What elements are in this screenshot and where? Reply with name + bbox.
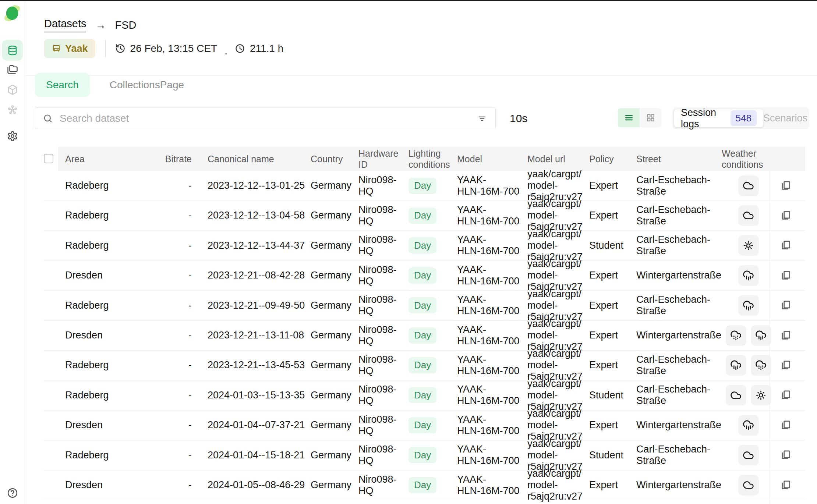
cell-canonical_name: 2023-12-12--13-01-25 bbox=[208, 171, 311, 200]
cell-model_url: yaak/cargpt/model-r5ajq2ru:v27 bbox=[527, 320, 590, 350]
list-view-button[interactable] bbox=[618, 108, 640, 127]
cell-model_url: yaak/cargpt/model-r5ajq2ru:v27 bbox=[527, 350, 590, 380]
cell-hardware_id: Niro098-HQ bbox=[358, 231, 410, 260]
sun-icon bbox=[738, 235, 759, 256]
sidebar-item-datasets[interactable] bbox=[2, 40, 23, 61]
select-all-checkbox[interactable] bbox=[44, 154, 53, 163]
lighting-pill: Day bbox=[408, 357, 436, 373]
table-row[interactable]: Dresden-2024-01-05--08-46-29GermanyNiro0… bbox=[44, 470, 805, 500]
cell-canonical_name: 2023-12-12--13-44-37 bbox=[208, 231, 311, 260]
table-row[interactable]: Radeberg-2023-12-21--13-45-53GermanyNiro… bbox=[44, 350, 805, 380]
sun-icon bbox=[751, 385, 771, 405]
cell-hardware_id: Niro098-HQ bbox=[358, 440, 410, 470]
table-row[interactable]: Radeberg-2024-01-03--15-13-35GermanyNiro… bbox=[44, 380, 805, 411]
session-logs-label: Session logs bbox=[681, 107, 725, 130]
recorded-at-label: 26 Feb, 13:15 CET bbox=[130, 43, 217, 54]
cell-hardware_id: Niro098-HQ bbox=[358, 320, 410, 350]
cell-area: Radeberg bbox=[65, 171, 150, 200]
cell-canonical_name: 2023-12-21--08-42-28 bbox=[208, 260, 311, 290]
search-input[interactable] bbox=[59, 112, 477, 125]
drizzle-icon bbox=[726, 325, 746, 346]
table-row[interactable]: Radeberg-2023-12-12--13-01-25GermanyNiro… bbox=[44, 171, 805, 201]
copy-button[interactable] bbox=[778, 238, 793, 253]
column-header-model: Model bbox=[457, 147, 525, 171]
filter-icon[interactable] bbox=[477, 113, 487, 124]
cell-area: Radeberg bbox=[65, 200, 150, 230]
copy-button[interactable] bbox=[778, 478, 793, 493]
cell-actions bbox=[778, 380, 800, 410]
table-row[interactable]: Radeberg-2023-12-12--13-44-37GermanyNiro… bbox=[44, 231, 805, 261]
cell-actions bbox=[778, 260, 800, 290]
cell-area: Radeberg bbox=[65, 350, 150, 380]
cell-model: YAAK-HLN-16M-700 bbox=[457, 380, 525, 410]
scenarios-segment[interactable]: Scenarios bbox=[763, 113, 807, 124]
cell-street: Wintergartenstraße bbox=[636, 320, 728, 350]
sidebar-item-workflows[interactable] bbox=[7, 104, 18, 116]
vehicle-badge[interactable]: Yaak bbox=[44, 39, 95, 58]
search-icon bbox=[43, 113, 53, 124]
breadcrumb-datasets-link[interactable]: Datasets bbox=[44, 18, 86, 32]
vehicle-badge-label: Yaak bbox=[65, 43, 88, 54]
cell-weather bbox=[722, 470, 775, 500]
cell-model: YAAK-HLN-16M-700 bbox=[457, 410, 525, 440]
cell-policy: Expert bbox=[589, 320, 632, 350]
recorded-at: 26 Feb, 13:15 CET bbox=[115, 43, 217, 54]
cell-country: Germany bbox=[311, 410, 355, 440]
table-row[interactable]: Radeberg-2024-01-04--15-18-21GermanyNiro… bbox=[44, 440, 805, 471]
cell-country: Germany bbox=[311, 380, 355, 410]
cell-canonical_name: 2023-12-21--13-45-53 bbox=[208, 350, 311, 380]
sidebar-item-packages[interactable] bbox=[7, 84, 18, 95]
lighting-pill: Day bbox=[408, 417, 436, 433]
cell-bitrate: - bbox=[151, 320, 192, 350]
history-icon bbox=[115, 43, 125, 54]
copy-button[interactable] bbox=[778, 388, 793, 402]
copy-button[interactable] bbox=[778, 268, 793, 283]
copy-button[interactable] bbox=[778, 418, 793, 433]
cell-hardware_id: Niro098-HQ bbox=[358, 410, 410, 440]
copy-button[interactable] bbox=[778, 208, 793, 223]
sidebar-item-settings[interactable] bbox=[7, 131, 18, 142]
cell-country: Germany bbox=[311, 350, 355, 380]
tab-search[interactable]: Search bbox=[35, 73, 90, 97]
cell-weather bbox=[722, 440, 775, 470]
table-row[interactable]: Dresden-2023-12-21--13-11-08GermanyNiro0… bbox=[44, 320, 805, 351]
clock-icon bbox=[235, 43, 245, 54]
table-row[interactable]: Dresden-2024-01-04--07-37-21GermanyNiro0… bbox=[44, 410, 805, 440]
drizzle-icon bbox=[751, 355, 771, 376]
copy-button[interactable] bbox=[778, 328, 793, 343]
copy-button[interactable] bbox=[778, 178, 793, 193]
sidebar bbox=[0, 1, 25, 504]
tab-collections-page[interactable]: CollectionsPage bbox=[107, 79, 186, 91]
table-row[interactable]: Radeberg-2023-12-21--09-49-50GermanyNiro… bbox=[44, 291, 805, 321]
copy-button[interactable] bbox=[778, 358, 793, 373]
cell-model_url: yaak/cargpt/model-r5ajq2ru:v27 bbox=[527, 470, 590, 500]
cell-weather bbox=[722, 380, 775, 410]
session-logs-segment[interactable]: Session logs 548 bbox=[674, 109, 763, 127]
cell-canonical_name: 2023-12-12--13-04-58 bbox=[208, 200, 311, 230]
table-row[interactable]: Dresden-2023-12-21--08-42-28GermanyNiro0… bbox=[44, 260, 805, 291]
cell-actions bbox=[778, 171, 800, 200]
cell-bitrate: - bbox=[151, 380, 192, 410]
table-row[interactable]: Radeberg-2023-12-12--13-04-58GermanyNiro… bbox=[44, 200, 805, 231]
grid-view-button[interactable] bbox=[640, 108, 661, 127]
cell-policy: Expert bbox=[589, 350, 632, 380]
copy-icon bbox=[780, 270, 791, 281]
dataset-meta-row: Yaak 26 Feb, 13:15 CET . 211.1 h bbox=[44, 39, 283, 58]
rain-icon bbox=[738, 415, 759, 436]
cell-lighting: Day bbox=[408, 291, 457, 320]
cloud-icon bbox=[738, 175, 759, 196]
cell-lighting: Day bbox=[408, 470, 457, 500]
app-logo[interactable] bbox=[4, 5, 21, 22]
clip-length[interactable]: 10s bbox=[510, 107, 527, 129]
help-button[interactable] bbox=[7, 487, 18, 498]
copy-icon bbox=[780, 210, 791, 221]
cell-canonical_name: 2024-01-04--07-37-21 bbox=[208, 410, 311, 440]
copy-button[interactable] bbox=[778, 298, 793, 313]
cell-actions bbox=[778, 410, 800, 440]
copy-button[interactable] bbox=[778, 448, 793, 462]
cell-lighting: Day bbox=[408, 410, 457, 440]
cell-bitrate: - bbox=[151, 200, 192, 230]
view-toggle bbox=[618, 108, 661, 127]
sidebar-item-collections[interactable] bbox=[7, 64, 18, 75]
column-header-bitrate: Bitrate bbox=[151, 147, 192, 171]
